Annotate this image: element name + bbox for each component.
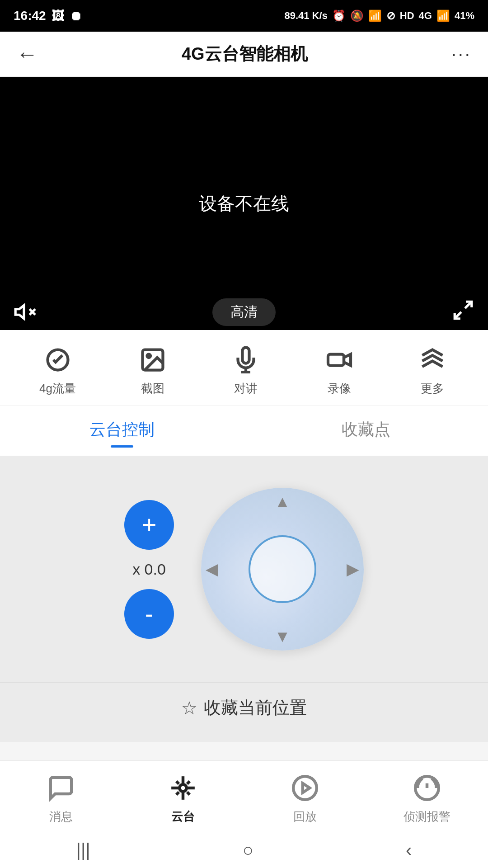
bottom-nav-ptz[interactable]: 云台 bbox=[147, 772, 219, 825]
bookmark-label: 收藏当前位置 bbox=[204, 696, 307, 719]
gallery-icon: 🖼 bbox=[52, 9, 64, 24]
ptz-up-button[interactable]: ▲ bbox=[274, 492, 291, 511]
toolbar-record-label: 录像 bbox=[328, 381, 351, 396]
nav-bar: ← 4G云台智能相机 ··· bbox=[0, 32, 488, 77]
tab-bar: 云台控制 收藏点 bbox=[0, 406, 488, 456]
bottom-nav: 消息 云台 回放 bbox=[0, 760, 488, 832]
ptz-joystick[interactable]: ▲ ◀ ▶ ▼ bbox=[201, 488, 364, 651]
toolbar-intercom-label: 对讲 bbox=[234, 381, 258, 396]
video-icon bbox=[323, 344, 356, 376]
mic-icon bbox=[230, 344, 262, 376]
svg-point-16 bbox=[179, 784, 187, 792]
android-nav-bar: ||| ○ ‹ bbox=[0, 832, 488, 868]
toolbar-record[interactable]: 录像 bbox=[323, 344, 356, 396]
bottom-nav-playback[interactable]: 回放 bbox=[269, 772, 341, 825]
zoom-value: x 0.0 bbox=[132, 561, 166, 578]
toolbar-more-label: 更多 bbox=[421, 381, 444, 396]
bottom-nav-message[interactable]: 消息 bbox=[25, 772, 97, 825]
offline-status: 设备不在线 bbox=[199, 191, 289, 216]
network-speed: 89.41 K/s bbox=[284, 10, 327, 22]
mute-icon: 🔕 bbox=[350, 9, 364, 22]
bottom-nav-playback-label: 回放 bbox=[293, 809, 317, 825]
status-left: 16:42 🖼 ⏺ bbox=[14, 9, 82, 24]
tab-bookmark[interactable]: 收藏点 bbox=[244, 406, 488, 456]
zoom-controls: + x 0.0 - bbox=[124, 500, 174, 639]
toolbar-more[interactable]: 更多 bbox=[416, 344, 449, 396]
bottom-nav-message-label: 消息 bbox=[49, 809, 73, 825]
ptz-nav-icon bbox=[167, 772, 199, 804]
svg-line-17 bbox=[176, 781, 179, 784]
svg-point-7 bbox=[147, 354, 151, 358]
zoom-in-button[interactable]: + bbox=[124, 500, 174, 550]
fullscreen-button[interactable] bbox=[452, 299, 474, 326]
image-icon bbox=[136, 344, 169, 376]
more-button[interactable]: ··· bbox=[451, 44, 472, 64]
bookmark-section: ☆ 收藏当前位置 bbox=[0, 682, 488, 742]
toolbar-4g-label: 4g流量 bbox=[39, 381, 76, 396]
ptz-center[interactable] bbox=[249, 535, 316, 603]
hd-badge: HD bbox=[400, 10, 414, 22]
zoom-out-button[interactable]: - bbox=[124, 589, 174, 639]
status-time: 16:42 bbox=[14, 9, 46, 23]
status-right: 89.41 K/s ⏰ 🔕 📶 ⊘ HD 4G 📶 41% bbox=[284, 9, 474, 22]
svg-line-20 bbox=[176, 792, 179, 795]
bottom-nav-detection-label: 侦测报警 bbox=[404, 809, 450, 825]
playback-icon bbox=[289, 772, 321, 804]
back-button[interactable]: ← bbox=[16, 42, 38, 66]
android-recent-button[interactable]: ||| bbox=[76, 840, 90, 860]
star-icon: ☆ bbox=[181, 698, 197, 718]
toolbar-screenshot-label: 截图 bbox=[141, 381, 164, 396]
mute-button[interactable] bbox=[14, 301, 36, 323]
android-back-button[interactable]: ‹ bbox=[406, 840, 412, 860]
bottom-nav-ptz-label: 云台 bbox=[171, 809, 195, 825]
ptz-control-panel: + x 0.0 - ▲ ◀ ▶ ▼ bbox=[0, 456, 488, 682]
message-icon bbox=[45, 772, 77, 804]
ptz-down-button[interactable]: ▼ bbox=[274, 627, 291, 646]
toolbar: 4g流量 截图 对讲 bbox=[0, 330, 488, 406]
svg-marker-0 bbox=[15, 305, 24, 318]
bookmark-current-button[interactable]: ☆ 收藏当前位置 bbox=[181, 696, 307, 719]
toolbar-screenshot[interactable]: 截图 bbox=[136, 344, 169, 396]
battery-text: 41% bbox=[455, 10, 474, 22]
no-sim-icon: ⊘ bbox=[386, 9, 395, 22]
svg-marker-22 bbox=[303, 783, 310, 793]
quality-button[interactable]: 高清 bbox=[212, 298, 276, 326]
svg-rect-10 bbox=[328, 354, 344, 366]
ptz-left-button[interactable]: ◀ bbox=[206, 560, 218, 579]
toolbar-intercom[interactable]: 对讲 bbox=[230, 344, 262, 396]
bottom-nav-detection[interactable]: 侦测报警 bbox=[391, 772, 463, 825]
alarm-icon: ⏰ bbox=[332, 9, 346, 22]
signal-icon bbox=[42, 344, 74, 376]
svg-marker-11 bbox=[344, 354, 351, 366]
detection-icon bbox=[411, 772, 443, 804]
layers-icon bbox=[416, 344, 449, 376]
wifi-icon: 📶 bbox=[368, 9, 382, 22]
video-player: 设备不在线 高清 bbox=[0, 77, 488, 330]
status-bar: 16:42 🖼 ⏺ 89.41 K/s ⏰ 🔕 📶 ⊘ HD 4G 📶 41% bbox=[0, 0, 488, 32]
ptz-circle[interactable]: ▲ ◀ ▶ ▼ bbox=[201, 488, 364, 651]
page-title: 4G云台智能相机 bbox=[182, 42, 308, 66]
video-controls-bar: 高清 bbox=[0, 294, 488, 330]
svg-point-21 bbox=[293, 776, 317, 800]
record-indicator-icon: ⏺ bbox=[70, 9, 82, 24]
tab-ptz[interactable]: 云台控制 bbox=[0, 406, 244, 456]
ptz-right-button[interactable]: ▶ bbox=[347, 560, 359, 579]
tab-ptz-label: 云台控制 bbox=[89, 419, 155, 441]
4g-icon: 4G bbox=[419, 10, 432, 22]
signal-bars-icon: 📶 bbox=[436, 9, 450, 22]
toolbar-4g[interactable]: 4g流量 bbox=[39, 344, 76, 396]
svg-line-19 bbox=[187, 781, 190, 784]
svg-line-18 bbox=[187, 792, 190, 795]
tab-bookmark-underline bbox=[355, 445, 377, 448]
tab-ptz-underline bbox=[111, 445, 133, 448]
android-home-button[interactable]: ○ bbox=[243, 840, 253, 860]
tab-bookmark-label: 收藏点 bbox=[342, 419, 390, 441]
